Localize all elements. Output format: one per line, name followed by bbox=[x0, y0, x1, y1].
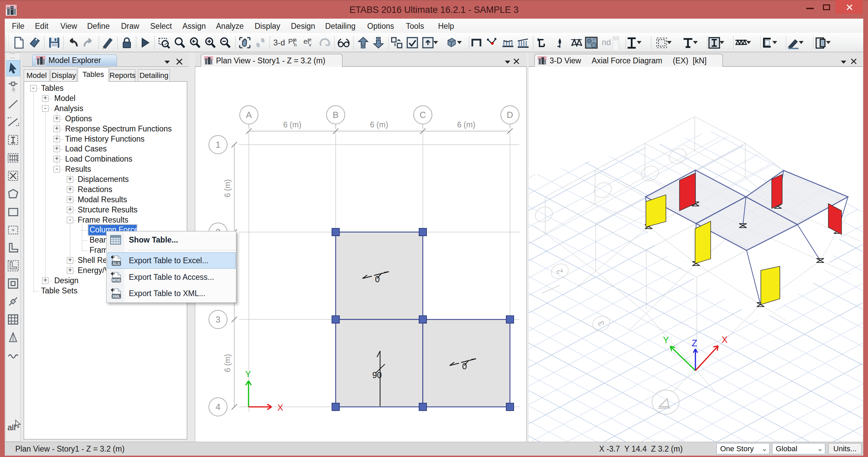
svg-text:2: 2 bbox=[554, 267, 565, 275]
svg-text:n: n bbox=[294, 42, 297, 47]
svg-text:6 (m): 6 (m) bbox=[223, 354, 232, 372]
svg-text:Y: Y bbox=[663, 335, 669, 345]
svg-text:Pl: Pl bbox=[288, 37, 295, 45]
svg-text:6 (m): 6 (m) bbox=[370, 120, 388, 129]
svg-text:XML: XML bbox=[112, 294, 120, 298]
svg-text:XLS: XLS bbox=[113, 262, 120, 266]
svg-text:6 (m): 6 (m) bbox=[283, 120, 301, 129]
svg-text:0: 0 bbox=[462, 361, 467, 371]
svg-text:el: el bbox=[303, 37, 309, 45]
svg-text:90: 90 bbox=[372, 370, 382, 380]
svg-text:MDB: MDB bbox=[112, 278, 120, 282]
svg-text:B: B bbox=[333, 110, 338, 120]
svg-text:X: X bbox=[277, 402, 283, 413]
svg-text:Y: Y bbox=[245, 369, 251, 379]
svg-text:4: 4 bbox=[216, 402, 220, 412]
svg-text:A: A bbox=[246, 110, 252, 120]
svg-text:1: 1 bbox=[216, 140, 220, 150]
svg-text:0: 0 bbox=[375, 274, 380, 284]
svg-text:3: 3 bbox=[216, 314, 220, 325]
svg-text:v: v bbox=[309, 42, 311, 47]
svg-text:e: e bbox=[309, 37, 312, 42]
svg-text:nd: nd bbox=[602, 38, 611, 47]
svg-text:6 (m): 6 (m) bbox=[457, 120, 475, 129]
svg-text:D: D bbox=[507, 110, 513, 120]
svg-text:a: a bbox=[294, 37, 297, 42]
svg-text:C: C bbox=[420, 110, 426, 120]
svg-text:Z: Z bbox=[692, 338, 697, 348]
svg-text:3-d: 3-d bbox=[273, 38, 285, 47]
svg-text:X: X bbox=[722, 335, 728, 345]
svg-text:6 (m): 6 (m) bbox=[223, 179, 232, 198]
